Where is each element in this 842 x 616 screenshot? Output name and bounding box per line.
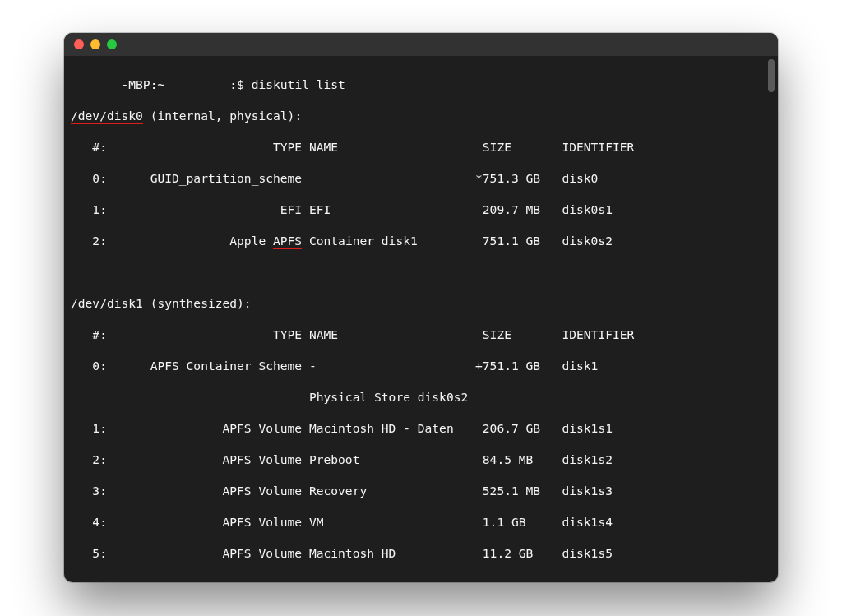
disk1-columns: #: TYPE NAME SIZE IDENTIFIER (71, 327, 778, 342)
titlebar[interactable] (64, 33, 778, 56)
minimize-icon[interactable] (90, 39, 100, 49)
disk1-header: /dev/disk1 (synthesized): (71, 295, 778, 311)
terminal-content[interactable]: -MBP:~ :$ diskutil list /dev/disk0 (inte… (64, 56, 778, 582)
prompt-marker: :$ (164, 77, 244, 91)
apfs-highlight: APFS (273, 234, 302, 249)
window-controls (74, 39, 117, 49)
disk0-path: /dev/disk0 (71, 109, 143, 124)
prompt-line: -MBP:~ :$ diskutil list (71, 76, 778, 92)
host: -MBP:~ (71, 77, 164, 91)
table-row: 5: APFS Volume Macintosh HD 11.2 GB disk… (71, 545, 778, 561)
disk0-columns: #: TYPE NAME SIZE IDENTIFIER (71, 139, 778, 155)
table-row: 2: Apple_APFS Container disk1 751.1 GB d… (71, 233, 778, 248)
table-row: 3: APFS Volume Recovery 525.1 MB disk1s3 (71, 483, 778, 498)
disk0-header: /dev/disk0 (internal, physical): (71, 108, 778, 123)
table-row: 0: GUID_partition_scheme *751.3 GB disk0 (71, 170, 778, 186)
blank-line (71, 264, 778, 280)
table-row: 1: EFI EFI 209.7 MB disk0s1 (71, 201, 778, 217)
table-row: 2: APFS Volume Preboot 84.5 MB disk1s2 (71, 452, 778, 467)
table-row: 1: APFS Volume Macintosh HD - Daten 206.… (71, 420, 778, 436)
close-icon[interactable] (74, 39, 84, 49)
command: diskutil list (252, 77, 345, 91)
table-row: 0: APFS Container Scheme - +751.1 GB dis… (71, 358, 778, 373)
table-row: 4: APFS Volume VM 1.1 GB disk1s4 (71, 514, 778, 530)
terminal-window: -MBP:~ :$ diskutil list /dev/disk0 (inte… (64, 33, 778, 582)
zoom-icon[interactable] (107, 39, 117, 49)
table-row: Physical Store disk0s2 (71, 389, 778, 405)
disk0-header-rest: (internal, physical): (143, 109, 302, 123)
